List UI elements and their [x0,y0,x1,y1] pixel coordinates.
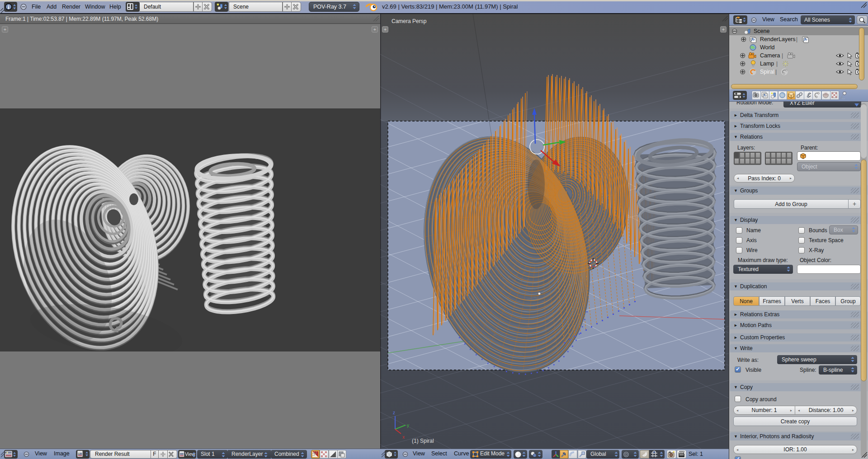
svg-text:y: y [407,423,409,428]
svg-text:(1) Spiral: (1) Spiral [412,438,434,444]
svg-text:z: z [393,410,395,415]
svg-text:Camera Persp: Camera Persp [392,18,427,24]
svg-text:x: x [402,435,405,440]
